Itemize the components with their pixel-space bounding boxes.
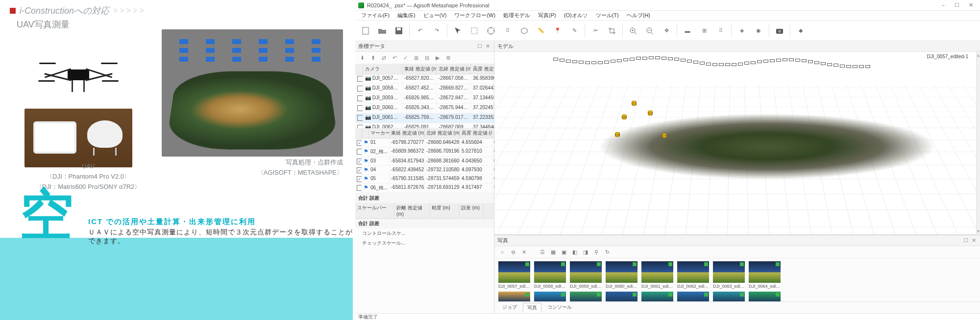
photos-popout-button[interactable]: ☐ xyxy=(963,237,969,243)
tiles-button[interactable]: ◆ xyxy=(793,23,808,38)
view-points-button[interactable]: ⠿ xyxy=(713,23,728,38)
show-cameras-button[interactable]: ◈ xyxy=(735,23,749,38)
menu-ツール(T)[interactable]: ツール(T) xyxy=(593,11,622,20)
ref-undo-button[interactable]: ↶ xyxy=(391,54,398,62)
menu-ヘルプ(H)[interactable]: ヘルプ(H) xyxy=(624,11,653,20)
marker-row[interactable]: ✓⚑05-65790.311585-28731.5744594.5907980.… xyxy=(355,175,494,183)
photo-thumbnail[interactable]: DJI_0057_edited-1 xyxy=(498,261,530,289)
photos-add-button[interactable]: ○ xyxy=(498,248,506,256)
menu-編集(E)[interactable]: 編集(E) xyxy=(394,11,418,20)
open-button[interactable] xyxy=(375,23,390,38)
save-button[interactable] xyxy=(392,23,406,38)
photos-depth-button[interactable]: ◨ xyxy=(582,248,589,256)
ref-config-button[interactable]: ⚙ xyxy=(444,54,452,62)
marker-04[interactable]: 04 xyxy=(615,132,620,137)
photo-thumbnail[interactable] xyxy=(498,292,530,301)
photo-thumbnail[interactable] xyxy=(534,292,566,301)
tab-jobs[interactable]: ジョブ xyxy=(498,303,521,312)
marker-tool[interactable]: 📍 xyxy=(550,23,565,38)
zoom-in-button[interactable] xyxy=(626,23,640,38)
menu-ビュー(V)[interactable]: ビュー(V) xyxy=(420,11,450,20)
camera-row[interactable]: 📷 DJI_0060_edite...-65826.343194-28675.9… xyxy=(355,104,494,114)
control-scale-row[interactable]: コントロールスケ... xyxy=(355,229,494,238)
marker-row[interactable]: ✓⚑03-65834.817943-28688.3816604.0436500.… xyxy=(355,157,494,166)
photo-thumbnail[interactable]: DJI_0060_edited-1 xyxy=(606,261,637,289)
settings-button[interactable]: ✓ xyxy=(401,54,409,62)
marker-06[interactable]: 06 xyxy=(622,114,627,119)
photos-filter-button[interactable]: ⚲ xyxy=(592,248,600,256)
viewport-scrollbar[interactable]: ▲▼ xyxy=(976,52,980,235)
photos-small-button[interactable]: ▦ xyxy=(549,248,557,256)
check-scale-row[interactable]: チェックスケール... xyxy=(355,238,494,248)
menu-写真(P)[interactable]: 写真(P) xyxy=(535,11,559,20)
undo-button[interactable]: ↶ xyxy=(413,23,427,38)
menu-処理モデル[interactable]: 処理モデル xyxy=(500,11,533,20)
maximize-button[interactable]: ☐ xyxy=(951,1,963,9)
menu-ワークフロー(W)[interactable]: ワークフロー(W) xyxy=(451,11,498,20)
marker-05[interactable]: 05 xyxy=(662,133,667,138)
photos-details-button[interactable]: ☰ xyxy=(539,248,546,256)
minimize-button[interactable]: − xyxy=(937,1,950,9)
photo-thumbnail[interactable] xyxy=(713,292,745,301)
photos-mask-button[interactable]: ◧ xyxy=(571,248,579,256)
rect-select-tool[interactable] xyxy=(467,23,482,38)
show-markers-button[interactable]: ◉ xyxy=(751,23,766,38)
marker-row[interactable]: ✓⚑04-65822.439452-28732.1105804.0979300.… xyxy=(355,166,494,175)
draw-tool[interactable]: ✎ xyxy=(567,23,582,38)
convert-button[interactable]: ⇄ xyxy=(380,54,388,62)
photo-thumbnail[interactable]: DJI_0058_edited-1 xyxy=(534,261,566,289)
ruler-tool[interactable]: 📏 xyxy=(534,23,548,38)
photos-reset-button[interactable]: ↻ xyxy=(603,248,611,256)
pan-tool[interactable]: ✥ xyxy=(659,23,674,38)
ref-play-button[interactable]: ▶ xyxy=(434,54,441,62)
photo-thumbnail[interactable]: DJI_0064_edited-1 xyxy=(749,261,781,289)
photos-disable-button[interactable]: ✕ xyxy=(520,248,528,256)
model-viewport[interactable]: 01 06 02 04 05 DJI_0057_edited-1 xyxy=(494,52,976,235)
photos-remove-button[interactable]: ⊖ xyxy=(509,248,517,256)
camera-row[interactable]: 📷 DJI_0059_edite...-65826.985010-28672.8… xyxy=(355,94,494,104)
photo-thumbnail[interactable] xyxy=(641,292,673,301)
panel-popout-button[interactable]: ☐ xyxy=(477,43,483,49)
new-button[interactable] xyxy=(358,23,373,38)
import-ref-button[interactable]: ⬇ xyxy=(358,54,366,62)
view-est-button[interactable]: ⊞ xyxy=(412,54,420,62)
menu-(O)オルソ[interactable]: (O)オルソ xyxy=(561,11,591,20)
photo-thumbnail[interactable]: DJI_0061_edited-1 xyxy=(641,261,673,289)
zoom-out-button[interactable] xyxy=(642,23,657,38)
photo-thumbnail[interactable] xyxy=(749,292,781,301)
camera-row[interactable]: 📷 DJI_0061_edite...-65825.759372-28679.0… xyxy=(355,114,494,123)
close-button[interactable]: ✕ xyxy=(964,1,977,9)
marker-02[interactable]: 02 xyxy=(648,111,653,115)
export-ref-button[interactable]: ⬆ xyxy=(369,54,377,62)
photo-thumbnail[interactable] xyxy=(677,292,709,301)
dense-cloud-tool[interactable]: ⠿ xyxy=(500,23,515,38)
view-src-button[interactable]: ⊟ xyxy=(423,54,431,62)
photo-thumbnail[interactable]: DJI_0059_edited-1 xyxy=(570,261,602,289)
pointer-tool[interactable] xyxy=(450,23,465,38)
photo-thumbnail[interactable] xyxy=(606,292,637,301)
camera-row[interactable]: 📷 DJI_0062_edite...-65825.091510-28682.0… xyxy=(355,123,494,128)
menu-ファイル(F)[interactable]: ファイル(F) xyxy=(358,11,392,20)
camera-row[interactable]: 📷 DJI_0057_edite...-65827.820127-28667.0… xyxy=(355,74,494,84)
marker-row[interactable]: ⚑06_検...-65811.872676-28718.6931294.9174… xyxy=(355,183,494,193)
photos-large-button[interactable]: ▣ xyxy=(560,248,568,256)
marker-row[interactable]: ✓⚑01-65798.270277-28680.6464284.6556040.… xyxy=(355,138,494,147)
crop-tool[interactable] xyxy=(605,23,619,38)
navigation-tool[interactable] xyxy=(484,23,498,38)
camera-row[interactable]: 📷 DJI_0058_edite...-65827.452906-28669.8… xyxy=(355,84,494,94)
window-titlebar[interactable]: R020424_ .psx* — Agisoft Metashape Profe… xyxy=(355,0,980,11)
photo-thumbnail[interactable]: DJI_0062_edited-1 xyxy=(677,261,709,289)
redo-button[interactable]: ↷ xyxy=(429,23,444,38)
bbox-tool[interactable] xyxy=(517,23,532,38)
tab-photos[interactable]: 写真 xyxy=(523,303,541,312)
photos-close-button[interactable]: ✕ xyxy=(972,237,977,243)
panel-close-button[interactable]: ✕ xyxy=(486,43,491,49)
marker-row[interactable]: ⚑02_検...-65809.986372-28686.7091965.0278… xyxy=(355,147,494,157)
photo-thumbnail[interactable]: DJI_0063_edited-1 xyxy=(713,261,745,289)
view-solid-button[interactable]: ▬ xyxy=(680,23,695,38)
capture-button[interactable] xyxy=(772,23,787,38)
view-wireframe-button[interactable]: ⊞ xyxy=(697,23,711,38)
marker-01[interactable]: 01 xyxy=(632,101,637,106)
cut-tool[interactable]: ✂ xyxy=(588,23,603,38)
tab-console[interactable]: コンソール xyxy=(543,303,576,312)
